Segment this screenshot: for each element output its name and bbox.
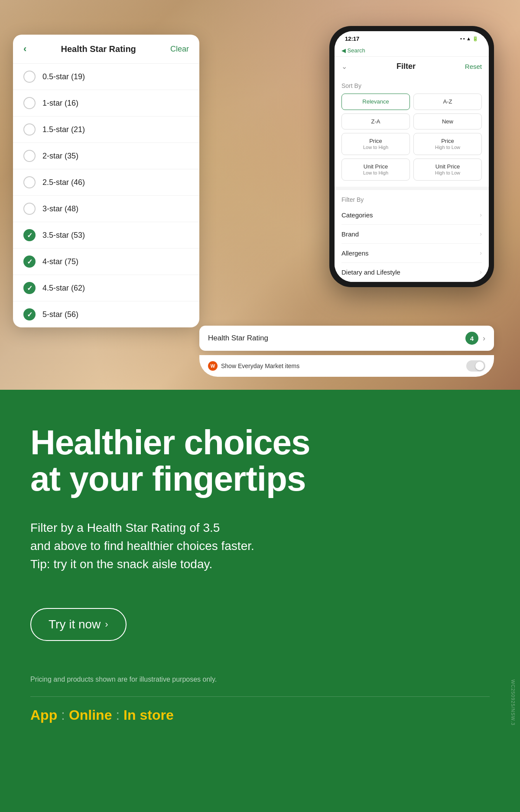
bottom-section: Healthier choices at your fingertips Fil… (0, 390, 520, 812)
hsr-item-label: 2-star (35) (42, 152, 78, 161)
subtext-line3: Tip: try it on the snack aisle today. (30, 557, 212, 571)
hsr-card-header: ‹ Health Star Rating Clear (13, 35, 199, 64)
hsr-bar-label: Health Star Rating (208, 334, 268, 343)
sort-option-button[interactable]: PriceHigh to Low (413, 133, 482, 155)
hsr-list-item[interactable]: 4.5-star (62) (13, 275, 199, 301)
status-bar: 12:17 ▪ ▪ ▲ 🔋 (335, 31, 489, 45)
sort-by-section: Sort By RelevanceA-ZZ-ANewPriceLow to Hi… (335, 76, 489, 187)
everyday-market-toggle[interactable] (466, 360, 485, 372)
hsr-list-item[interactable]: 5-star (56) (13, 301, 199, 327)
hsr-radio[interactable] (23, 282, 36, 294)
sort-grid: RelevanceA-ZZ-ANewPriceLow to HighPriceH… (341, 94, 482, 181)
filter-chevron-right-icon: › (480, 269, 482, 275)
hsr-list-item[interactable]: 3-star (48) (13, 196, 199, 222)
hsr-list: 0.5-star (19)1-star (16)1.5-star (21)2-s… (13, 64, 199, 327)
filter-option-row[interactable]: Brand› (341, 225, 482, 244)
sort-option-button[interactable]: PriceLow to High (341, 133, 410, 155)
hsr-item-label: 5-star (56) (42, 310, 78, 319)
hsr-item-label: 4-star (75) (42, 257, 78, 266)
hsr-radio[interactable] (23, 203, 36, 215)
filter-option-label: Brand (341, 230, 359, 238)
hsr-item-label: 3-star (48) (42, 204, 78, 214)
hsr-list-item[interactable]: 2.5-star (46) (13, 169, 199, 196)
sort-option-button[interactable]: Unit PriceLow to High (341, 159, 410, 181)
filter-option-label: Categories (341, 211, 373, 219)
subtext-line1: Filter by a Health Star Rating of 3.5 (30, 521, 220, 534)
filter-reset-button[interactable]: Reset (465, 63, 482, 70)
hsr-chevron-right-icon: › (483, 334, 485, 343)
hsr-bar-right: 4 › (465, 332, 485, 345)
sort-option-button[interactable]: Unit PriceHigh to Low (413, 159, 482, 181)
hsr-radio[interactable] (23, 229, 36, 241)
hsr-card: ‹ Health Star Rating Clear 0.5-star (19)… (13, 35, 199, 327)
filter-option-label: Allergens (341, 249, 369, 257)
main-heading: Healthier choices at your fingertips (30, 424, 490, 497)
filter-option-row[interactable]: Categories› (341, 206, 482, 225)
filter-chevron-right-icon: › (480, 230, 482, 237)
hsr-list-item[interactable]: 1-star (16) (13, 90, 199, 116)
footer-online: Online (69, 707, 112, 723)
phone-mockup: 12:17 ▪ ▪ ▲ 🔋 ◀ Search ⌄ Filter Reset So… (329, 26, 494, 287)
sort-option-button[interactable]: A-Z (413, 94, 482, 110)
hsr-bottom-bar[interactable]: Health Star Rating 4 › (199, 326, 494, 351)
hsr-radio[interactable] (23, 97, 36, 109)
sort-option-button[interactable]: Z-A (341, 113, 410, 130)
sub-text: Filter by a Health Star Rating of 3.5 an… (30, 519, 334, 573)
watermark: WC250925/NSW.3 (510, 679, 516, 725)
status-icons: ▪ ▪ ▲ 🔋 (460, 36, 478, 42)
hsr-radio[interactable] (23, 256, 36, 268)
filter-by-label: Filter By (341, 196, 482, 203)
subtext-line2: and above to find healthier choices fast… (30, 539, 254, 553)
hsr-card-title: Health Star Rating (61, 44, 136, 54)
try-btn-label: Try it now (49, 618, 101, 631)
footer-text: App : Online : In store (30, 707, 174, 723)
filter-by-section: Filter By Categories›Brand›Allergens›Die… (335, 190, 489, 282)
hsr-radio[interactable] (23, 150, 36, 162)
try-btn-chevron-icon: › (105, 619, 108, 630)
filter-chevron-down-icon[interactable]: ⌄ (341, 62, 347, 71)
hsr-item-label: 4.5-star (62) (42, 284, 85, 293)
hsr-item-label: 1-star (16) (42, 99, 78, 108)
hsr-radio[interactable] (23, 123, 36, 136)
sort-by-label: Sort By (341, 82, 482, 89)
filter-option-row[interactable]: Dietary and Lifestyle› (341, 263, 482, 282)
phone-back-bar[interactable]: ◀ Search (335, 45, 489, 57)
back-icon[interactable]: ‹ (23, 43, 26, 55)
hsr-radio[interactable] (23, 71, 36, 83)
hsr-list-item[interactable]: 3.5-star (53) (13, 222, 199, 249)
sort-option-button[interactable]: New (413, 113, 482, 130)
footer-store: In store (124, 707, 174, 723)
hsr-list-item[interactable]: 4-star (75) (13, 249, 199, 275)
app-footer: App : Online : In store (30, 696, 490, 723)
hsr-clear-button[interactable]: Clear (170, 45, 189, 54)
hsr-list-item[interactable]: 0.5-star (19) (13, 64, 199, 90)
hsr-badge: 4 (465, 332, 478, 345)
heading-line2: at your fingertips (30, 459, 306, 498)
try-it-now-button[interactable]: Try it now › (30, 608, 127, 641)
everyday-left: W Show Everyday Market items (208, 361, 299, 371)
phone-screen: 12:17 ▪ ▪ ▲ 🔋 ◀ Search ⌄ Filter Reset So… (335, 31, 489, 282)
hsr-radio[interactable] (23, 308, 36, 320)
footer-sep1: : (57, 707, 69, 723)
hsr-list-item[interactable]: 2-star (35) (13, 143, 199, 169)
hsr-item-label: 1.5-star (21) (42, 125, 85, 134)
filter-chevron-right-icon: › (480, 249, 482, 256)
footer-app: App (30, 707, 57, 723)
filter-option-row[interactable]: Allergens› (341, 244, 482, 263)
everyday-market-icon: W (208, 361, 218, 371)
filter-option-label: Dietary and Lifestyle (341, 269, 400, 276)
heading-line1: Healthier choices (30, 423, 310, 462)
filter-chevron-right-icon: › (480, 211, 482, 218)
filter-options: Categories›Brand›Allergens›Dietary and L… (341, 206, 482, 282)
status-time: 12:17 (345, 36, 359, 42)
top-section: ‹ Health Star Rating Clear 0.5-star (19)… (0, 0, 520, 390)
everyday-market-label: Show Everyday Market items (221, 362, 299, 369)
toggle-knob (475, 362, 484, 370)
hsr-radio[interactable] (23, 176, 36, 188)
disclaimer-text: Pricing and products shown are for illus… (30, 676, 490, 683)
sort-option-button[interactable]: Relevance (341, 94, 410, 110)
hsr-list-item[interactable]: 1.5-star (21) (13, 116, 199, 143)
footer-sep2: : (112, 707, 124, 723)
filter-title: Filter (396, 62, 416, 71)
hsr-item-label: 2.5-star (46) (42, 178, 85, 187)
